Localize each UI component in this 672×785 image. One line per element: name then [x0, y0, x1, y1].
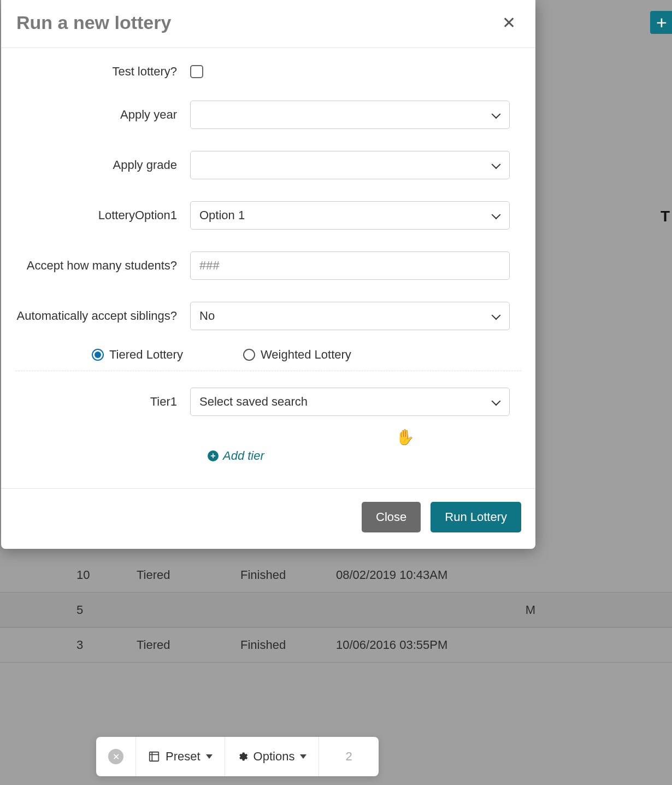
label-accept-how-many: Accept how many students?: [15, 259, 190, 273]
plus-circle-icon: +: [208, 450, 219, 461]
modal-header: Run a new lottery ✕: [1, 0, 535, 48]
close-circle-icon: ✕: [108, 749, 123, 764]
run-lottery-button[interactable]: Run Lottery: [431, 502, 521, 532]
radio-checked-icon: [92, 349, 104, 361]
column-header-fragment: T: [661, 208, 670, 225]
tiered-lottery-radio[interactable]: Tiered Lottery: [92, 348, 183, 362]
accept-how-many-input[interactable]: ###: [190, 251, 510, 280]
hand-cursor-icon: ✋: [396, 428, 415, 446]
radio-unchecked-icon: [243, 349, 255, 361]
weighted-lottery-radio[interactable]: Weighted Lottery: [243, 348, 351, 362]
add-tier-label: Add tier: [223, 449, 264, 463]
modal-footer: Close Run Lottery: [1, 488, 535, 549]
input-placeholder: ###: [199, 259, 220, 273]
label-apply-grade: Apply grade: [15, 158, 190, 172]
svg-rect-0: [150, 752, 159, 761]
view-toolbar: ✕ Preset Options 2: [96, 737, 379, 776]
lottery-option1-select[interactable]: Option 1: [190, 201, 510, 230]
toolbar-close-button[interactable]: ✕: [96, 737, 136, 776]
label-auto-accept-siblings: Automatically accept siblings?: [15, 309, 190, 323]
label-tier1: Tier1: [15, 395, 190, 409]
lottery-type-radio-group: Tiered Lottery Weighted Lottery: [15, 345, 521, 371]
preset-dropdown[interactable]: Preset: [136, 737, 225, 776]
radio-label: Tiered Lottery: [109, 348, 183, 362]
chevron-down-icon: [492, 160, 501, 169]
chevron-down-icon: [300, 754, 306, 759]
page-number: 2: [319, 737, 378, 776]
chevron-down-icon: [492, 396, 501, 406]
gear-icon: [237, 751, 248, 762]
preset-icon: [148, 751, 160, 763]
label-lottery-option1: LotteryOption1: [15, 208, 190, 222]
options-label: Options: [254, 749, 295, 764]
chevron-down-icon: [492, 311, 501, 320]
select-value: Select saved search: [199, 395, 308, 409]
modal-title: Run a new lottery: [16, 12, 171, 33]
preset-label: Preset: [166, 749, 201, 764]
options-dropdown[interactable]: Options: [225, 737, 320, 776]
modal-body: Test lottery? Apply year Apply grade: [1, 48, 535, 488]
auto-accept-siblings-select[interactable]: No: [190, 302, 510, 330]
radio-label: Weighted Lottery: [261, 348, 351, 362]
chevron-down-icon: [492, 210, 501, 219]
add-tier-link[interactable]: + Add tier: [208, 449, 521, 463]
select-value: No: [199, 309, 215, 323]
apply-grade-select[interactable]: [190, 151, 510, 179]
tier1-select[interactable]: Select saved search: [190, 388, 510, 416]
label-apply-year: Apply year: [15, 108, 190, 122]
apply-year-select[interactable]: [190, 101, 510, 129]
close-button[interactable]: Close: [362, 502, 421, 532]
add-button[interactable]: +: [650, 11, 672, 34]
chevron-down-icon: [206, 754, 213, 759]
run-lottery-modal: Run a new lottery ✕ Test lottery? Apply …: [1, 0, 535, 549]
label-test-lottery: Test lottery?: [15, 65, 190, 79]
test-lottery-checkbox[interactable]: [190, 65, 203, 78]
chevron-down-icon: [492, 109, 501, 119]
select-value: Option 1: [199, 208, 245, 222]
close-icon[interactable]: ✕: [498, 13, 520, 33]
